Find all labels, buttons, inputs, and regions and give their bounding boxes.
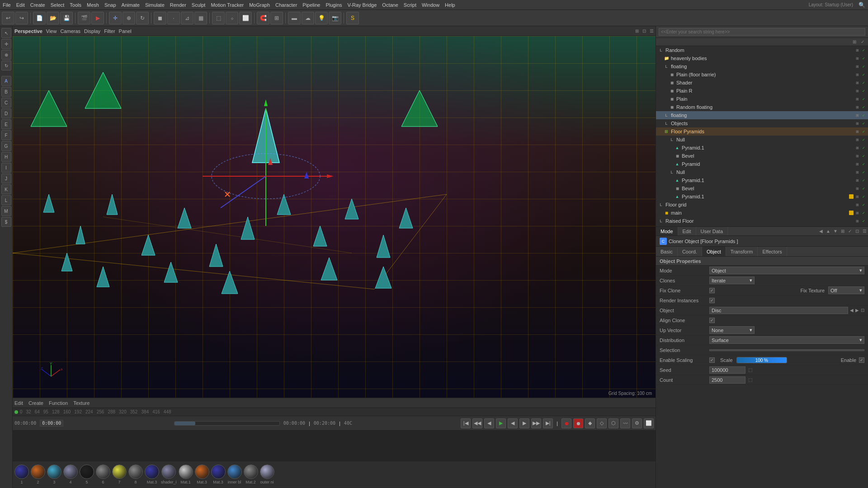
prev-key-btn[interactable]: ◀◀ — [472, 418, 482, 428]
count-input[interactable] — [709, 376, 745, 384]
tree-item-pyramid2[interactable]: ▲Pyramid⊞✓ — [656, 160, 868, 168]
left-tool-i[interactable]: I — [1, 163, 11, 173]
fix-clone-checkbox[interactable] — [709, 288, 715, 293]
material-item-0[interactable]: 1 — [14, 465, 29, 484]
material-ball-15[interactable] — [260, 465, 274, 479]
hair-btn[interactable]: S — [346, 12, 359, 24]
tab-transform[interactable]: Transform — [726, 247, 758, 256]
obj-arrow-left[interactable]: ◀ — [850, 308, 854, 313]
tab-mode[interactable]: Mode — [656, 227, 678, 235]
tree-icon-2[interactable]: ✓ — [859, 38, 866, 46]
material-ball-8[interactable] — [145, 465, 159, 479]
vis-icon-plain_r[interactable]: ⊞ — [854, 88, 860, 94]
open-btn[interactable]: 📂 — [47, 12, 59, 24]
left-tool-rotate[interactable]: ↻ — [1, 61, 11, 70]
tree-item-objects[interactable]: LObjects⊞✓ — [656, 119, 868, 127]
model-mode-btn[interactable]: ◼ — [154, 12, 166, 24]
vis-icon-bevel2[interactable]: ⊞ — [854, 186, 860, 191]
tree-item-plain_r[interactable]: ◼Plain R⊞✓ — [656, 87, 868, 95]
material-item-9[interactable]: shader_i — [161, 465, 177, 484]
tree-item-floor_pyramids[interactable]: ⊞Floor Pyramids⊞✓ — [656, 127, 868, 136]
menu-select[interactable]: Select — [51, 2, 65, 8]
up-vector-dropdown[interactable]: None ▾ — [709, 326, 755, 334]
tree-item-null2[interactable]: LNull⊞✓ — [656, 168, 868, 176]
material-ball-5[interactable] — [96, 465, 110, 479]
tree-item-null1[interactable]: LNull⊞✓ — [656, 136, 868, 144]
tree-item-plain[interactable]: ◼Plain⊞✓ — [656, 95, 868, 103]
vp-menu-display[interactable]: Display — [84, 28, 100, 34]
material-ball-9[interactable] — [161, 465, 176, 479]
left-tool-a[interactable]: A — [1, 76, 11, 86]
check-icon-bevel1[interactable]: ✓ — [861, 153, 866, 159]
menu-mesh[interactable]: Mesh — [87, 2, 99, 8]
tl-menu-texture[interactable]: Texture — [73, 400, 90, 406]
check-icon-floor_pyramids[interactable]: ✓ — [861, 129, 866, 134]
tree-item-heavenly_bodies[interactable]: 📁heavenly bodies⊞✓ — [656, 54, 868, 62]
material-item-3[interactable]: 4 — [63, 465, 78, 484]
move-tool-btn[interactable]: ✛ — [109, 12, 122, 24]
left-tool-e[interactable]: E — [1, 119, 11, 129]
check-icon-plain[interactable]: ✓ — [861, 96, 866, 102]
check-icon-raised_floor[interactable]: ✓ — [861, 218, 866, 224]
fps-btn[interactable]: ⬜ — [644, 418, 654, 428]
left-tool-move[interactable]: ✛ — [1, 39, 11, 49]
tree-item-raised_floor[interactable]: LRaised Floor⊞✓ — [656, 217, 868, 225]
material-ball-11[interactable] — [195, 465, 209, 479]
vis-icon-random[interactable]: ⊞ — [854, 47, 860, 53]
obj-pick-icon[interactable]: ⊡ — [861, 308, 864, 313]
align-clone-checkbox[interactable] — [709, 318, 715, 323]
menu-simulate[interactable]: Simulate — [145, 2, 165, 8]
vis-icon-main[interactable]: ⊞ — [854, 210, 860, 216]
fix-texture-dropdown[interactable]: Off ▾ — [828, 286, 864, 294]
tl-menu-edit[interactable]: Edit — [14, 400, 23, 406]
vp-icon-1[interactable]: ⊞ — [635, 28, 639, 33]
timeline-settings-btn[interactable]: ⚙ — [632, 418, 642, 428]
menu-animate[interactable]: Animate — [122, 2, 140, 8]
left-tool-n[interactable]: $ — [1, 217, 11, 227]
check-icon-main[interactable]: ✓ — [861, 210, 866, 216]
check-icon-pyramid2[interactable]: ✓ — [861, 161, 866, 167]
menu-create[interactable]: Create — [30, 2, 45, 8]
nav-icon-4[interactable]: ☰ — [861, 228, 868, 235]
render-btn[interactable]: ▶ — [91, 12, 104, 24]
vp-menu-panel[interactable]: Panel — [119, 28, 132, 34]
snap-btn[interactable]: 🧲 — [257, 12, 269, 24]
go-end-btn[interactable]: ▶| — [543, 418, 553, 428]
vis-icon-pyramid3[interactable]: ⊞ — [854, 178, 860, 183]
tree-icon-1[interactable]: ⊞ — [851, 38, 858, 46]
vp-icon-2[interactable]: ⊡ — [642, 28, 646, 33]
count-spin-btn[interactable]: ⬚ — [748, 377, 752, 382]
left-tool-select[interactable]: ↖ — [1, 28, 11, 38]
menu-plugins[interactable]: Plugins — [326, 2, 342, 8]
play-rev-btn[interactable]: ◀ — [508, 418, 518, 428]
object-field-input[interactable]: Disc — [709, 307, 848, 314]
vis-icon-null1[interactable]: ⊞ — [854, 137, 860, 142]
vp-menu-filter[interactable]: Filter — [104, 28, 115, 34]
menu-window[interactable]: Window — [422, 2, 439, 8]
vis-icon-floor_grid[interactable]: ⊞ — [854, 202, 860, 207]
live-select-btn[interactable]: ⬦ — [226, 12, 238, 24]
material-item-12[interactable]: Mat.3 — [211, 465, 226, 484]
next-key-btn[interactable]: ▶▶ — [531, 418, 541, 428]
selection-input[interactable] — [709, 349, 864, 351]
tree-item-pyramid4[interactable]: ▲Pyramid.1⊞✓ — [656, 192, 868, 201]
material-ball-12[interactable] — [211, 465, 226, 479]
check-icon-floor_grid[interactable]: ✓ — [861, 202, 866, 207]
save-btn[interactable]: 💾 — [60, 12, 73, 24]
undo-icon[interactable]: ↩ — [2, 12, 14, 24]
material-ball-2[interactable] — [47, 465, 61, 479]
tree-item-pyramid1[interactable]: ▲Pyramid.1⊞✓ — [656, 144, 868, 152]
tab-edit[interactable]: Edit — [678, 227, 696, 235]
tree-item-pyramid3[interactable]: ▲Pyramid.1⊞✓ — [656, 176, 868, 184]
material-ball-4[interactable] — [80, 465, 94, 479]
check-icon-bevel2[interactable]: ✓ — [861, 186, 866, 191]
tl-menu-function[interactable]: Function — [49, 400, 68, 406]
check-icon-heavenly_bodies[interactable]: ✓ — [861, 56, 866, 61]
menu-edit[interactable]: Edit — [16, 2, 25, 8]
material-item-1[interactable]: 2 — [31, 465, 45, 484]
material-ball-13[interactable] — [227, 465, 242, 479]
points-mode-btn[interactable]: · — [167, 12, 180, 24]
left-tool-g[interactable]: G — [1, 141, 11, 151]
menu-pipeline[interactable]: Pipeline — [302, 2, 320, 8]
tree-item-floor_grid[interactable]: LFloor grid⊞✓ — [656, 201, 868, 209]
